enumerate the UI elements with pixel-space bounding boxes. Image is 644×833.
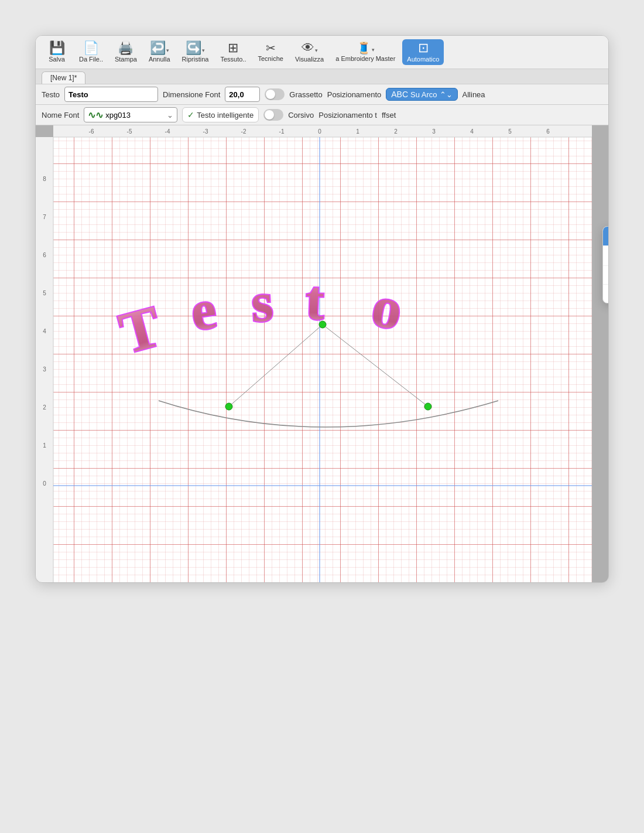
dropdown-item-su-arco[interactable]: ABC Su Arco bbox=[603, 266, 609, 285]
svg-text:4: 4 bbox=[470, 128, 474, 135]
grid-canvas: -6 -5 -4 -3 -2 -1 0 1 2 3 4 5 6 8 7 6 5 bbox=[36, 125, 608, 582]
svg-text:2: 2 bbox=[43, 404, 46, 411]
testo-input[interactable] bbox=[64, 87, 158, 102]
ripristina-label: Ripristina bbox=[182, 56, 209, 63]
font-arrow: ⌄ bbox=[167, 111, 173, 120]
posizionamento-t-label: Posizionamento t bbox=[318, 111, 377, 120]
testo-label: Testo bbox=[42, 90, 60, 99]
automatico-label: Automatico bbox=[407, 56, 439, 63]
svg-text:5: 5 bbox=[43, 290, 46, 296]
corsivo-label: Corsivo bbox=[288, 111, 314, 120]
positioning-arrow: ⌃⌄ bbox=[440, 90, 453, 99]
dimensione-font-label: Dimensione Font bbox=[163, 90, 220, 99]
ffset-label: ffset bbox=[382, 111, 396, 120]
stampa-label: Stampa bbox=[115, 56, 137, 63]
positioning-current: Su Arco bbox=[410, 90, 437, 99]
grassetto-toggle[interactable] bbox=[265, 88, 285, 100]
canvas-area[interactable]: -6 -5 -4 -3 -2 -1 0 1 2 3 4 5 6 8 7 6 5 bbox=[36, 125, 608, 582]
ripristina-icon: ↪️ bbox=[186, 42, 201, 54]
toolbar: 💾 Salva 📄 Da File.. 🖨️ Stampa ↩️ ▾ Annul… bbox=[36, 36, 608, 69]
positioning-dropdown[interactable]: ABC Su Arco ⌃⌄ bbox=[386, 88, 457, 101]
svg-text:1: 1 bbox=[356, 128, 359, 135]
corsivo-toggle[interactable] bbox=[263, 109, 283, 121]
visualizza-label: Visualizza bbox=[295, 56, 324, 63]
nome-font-label: Nome Font bbox=[42, 111, 79, 120]
svg-rect-18 bbox=[36, 137, 53, 582]
tessuto-button[interactable]: ⊞ Tessuto.. bbox=[215, 39, 251, 65]
svg-text:t: t bbox=[304, 269, 326, 332]
positioning-icon: ABC bbox=[391, 90, 408, 99]
svg-text:-2: -2 bbox=[241, 128, 246, 135]
annulla-label: Annulla bbox=[149, 56, 170, 63]
svg-text:3: 3 bbox=[43, 366, 46, 373]
embroidery-master-button[interactable]: 🧵 ▾ a Embroidery Master bbox=[331, 40, 400, 64]
svg-text:-6: -6 bbox=[89, 128, 94, 135]
font-name: xpg013 bbox=[105, 111, 131, 120]
properties-bar-1: Testo Dimensione Font Grassetto Posizion… bbox=[36, 84, 608, 105]
salva-button[interactable]: 💾 Salva bbox=[42, 39, 72, 65]
checkmark-icon: ✓ bbox=[187, 110, 194, 120]
tessuto-label: Tessuto.. bbox=[220, 56, 246, 63]
salva-label: Salva bbox=[49, 56, 65, 63]
svg-text:4: 4 bbox=[43, 328, 46, 334]
annulla-arrow: ▾ bbox=[166, 47, 169, 53]
dropdown-item-orizzontale[interactable]: IA Orizzontale bbox=[603, 227, 609, 246]
svg-text:8: 8 bbox=[43, 176, 46, 182]
tecniche-label: Tecniche bbox=[258, 55, 283, 62]
annulla-icon: ↩️ bbox=[150, 42, 166, 54]
svg-text:1: 1 bbox=[43, 442, 46, 449]
visualizza-button[interactable]: 👁 ▾ Visualizza bbox=[290, 39, 328, 65]
dimensione-font-input[interactable] bbox=[225, 87, 260, 102]
svg-point-35 bbox=[424, 403, 431, 410]
allinea-label: Allinea bbox=[463, 90, 485, 99]
tecniche-icon: ✂ bbox=[266, 42, 276, 54]
visualizza-arrow: ▾ bbox=[315, 47, 318, 53]
salva-icon: 💾 bbox=[49, 42, 65, 54]
ripristina-button[interactable]: ↪️ ▾ Ripristina bbox=[177, 39, 214, 65]
svg-point-34 bbox=[225, 403, 232, 410]
stampa-icon: 🖨️ bbox=[118, 42, 133, 54]
svg-text:3: 3 bbox=[432, 128, 436, 135]
app-window: 💾 Salva 📄 Da File.. 🖨️ Stampa ↩️ ▾ Annul… bbox=[35, 35, 609, 583]
svg-text:-4: -4 bbox=[165, 128, 170, 135]
svg-text:-3: -3 bbox=[203, 128, 208, 135]
font-selector[interactable]: ∿∿ xpg013 ⌄ bbox=[84, 107, 177, 122]
dropdown-item-percorso[interactable]: ABC Su percorso utente bbox=[603, 285, 609, 303]
tessuto-icon: ⊞ bbox=[228, 42, 238, 54]
embroidery-master-label: a Embroidery Master bbox=[335, 55, 395, 62]
tecniche-button[interactable]: ✂ Tecniche bbox=[253, 40, 287, 64]
svg-text:-1: -1 bbox=[279, 128, 285, 135]
svg-rect-41 bbox=[592, 125, 608, 582]
svg-text:5: 5 bbox=[508, 128, 512, 135]
svg-text:s: s bbox=[250, 271, 275, 334]
automatico-icon: ⊡ bbox=[418, 42, 429, 54]
svg-text:-5: -5 bbox=[127, 128, 132, 135]
testo-intelligente-btn[interactable]: ✓ Testo intelligente bbox=[182, 107, 259, 122]
svg-text:7: 7 bbox=[43, 214, 46, 220]
testo-intelligente-label: Testo intelligente bbox=[197, 111, 254, 120]
embroidery-master-arrow: ▾ bbox=[372, 47, 375, 53]
svg-text:6: 6 bbox=[43, 252, 46, 258]
visualizza-icon: 👁 bbox=[302, 42, 314, 54]
svg-text:0: 0 bbox=[43, 480, 46, 487]
tab-new1[interactable]: [New 1]* bbox=[42, 71, 85, 84]
font-wave-icon: ∿∿ bbox=[88, 110, 103, 121]
svg-text:0: 0 bbox=[318, 128, 321, 135]
svg-text:6: 6 bbox=[546, 128, 550, 135]
annulla-button[interactable]: ↩️ ▾ Annulla bbox=[144, 39, 175, 65]
da-file-button[interactable]: 📄 Da File.. bbox=[74, 39, 108, 65]
da-file-icon: 📄 bbox=[83, 42, 99, 54]
ripristina-arrow: ▾ bbox=[202, 47, 205, 53]
tab-bar: [New 1]* bbox=[36, 69, 608, 84]
stampa-button[interactable]: 🖨️ Stampa bbox=[110, 39, 142, 65]
embroidery-master-icon: 🧵 bbox=[357, 42, 371, 54]
grassetto-label: Grassetto bbox=[289, 90, 322, 99]
dropdown-menu: IA Orizzontale ABC Segmento su linea ABC… bbox=[602, 226, 609, 303]
canvas-container: -6 -5 -4 -3 -2 -1 0 1 2 3 4 5 6 8 7 6 5 bbox=[36, 125, 608, 582]
automatico-button[interactable]: ⊡ Automatico bbox=[402, 39, 444, 65]
svg-text:2: 2 bbox=[394, 128, 398, 135]
dropdown-item-segmento[interactable]: ABC Segmento su linea bbox=[603, 246, 609, 266]
da-file-label: Da File.. bbox=[79, 56, 103, 63]
posizionamento-label: Posizionamento bbox=[327, 90, 382, 99]
properties-bar-2: Nome Font ∿∿ xpg013 ⌄ ✓ Testo intelligen… bbox=[36, 105, 608, 125]
